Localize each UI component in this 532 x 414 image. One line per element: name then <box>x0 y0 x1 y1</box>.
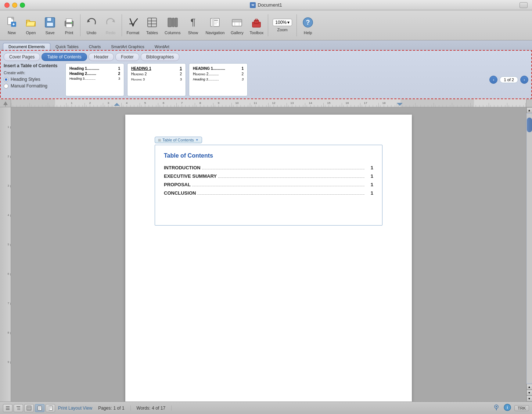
toolbar-undo[interactable]: Undo <box>83 12 100 38</box>
subtab-footer[interactable]: Footer <box>115 53 139 61</box>
scrollbar-track[interactable] <box>527 114 532 383</box>
svg-text:2: 2 <box>89 101 91 105</box>
toc-card-1-line-2: Heading 2.........2 <box>69 72 120 76</box>
view-btn-outline[interactable] <box>14 404 23 412</box>
scrollbar-thumb[interactable] <box>527 118 532 132</box>
vertical-ruler: 1 2 3 4 5 6 7 8 <box>0 107 11 402</box>
words-value: 4 of 17 <box>152 406 165 411</box>
radio-manual-formatting[interactable] <box>4 84 8 89</box>
toolbar-print[interactable]: Print <box>60 12 78 38</box>
toolbar-gallery[interactable]: Gallery <box>228 12 246 38</box>
toc-tag-arrow[interactable]: ▼ <box>195 138 199 142</box>
toc-card-1[interactable]: Heading 1............1 Heading 2........… <box>65 63 124 96</box>
navigation-label: Navigation <box>205 30 224 35</box>
new-icon <box>5 16 18 29</box>
svg-rect-44 <box>400 99 474 107</box>
main-toolbar: New Open Save Print Undo Redo Fo <box>0 10 532 40</box>
toc-entry-2-page: 1 <box>366 173 373 179</box>
app-icon: W <box>250 2 256 8</box>
show-label: Show <box>188 30 198 35</box>
toolbar-help[interactable]: ? Help <box>299 12 317 38</box>
toc-card-3[interactable]: HEADING 1............1 Heading 2........… <box>189 63 248 96</box>
subtab-bibliographies[interactable]: Bibliographies <box>141 53 179 61</box>
page-prev-button[interactable]: ‹ <box>489 76 497 84</box>
zoom-box[interactable]: 100% ▾ <box>273 19 292 26</box>
radio-heading-styles[interactable] <box>4 77 8 82</box>
svg-text:14: 14 <box>309 101 312 105</box>
open-icon <box>24 16 37 29</box>
scrollbar-down-button[interactable]: ▼ <box>526 396 532 402</box>
scrollbar-down2-button[interactable]: ▼ <box>526 390 532 396</box>
document-area: ⊞ Table of Contents ▼ Table of Contents … <box>11 107 526 402</box>
window-controls[interactable] <box>4 3 25 8</box>
minimize-button[interactable] <box>12 3 17 8</box>
page-next-button[interactable]: › <box>520 76 528 84</box>
toolbar-redo[interactable]: Redo <box>102 12 119 38</box>
tab-quick-tables[interactable]: Quick Tables <box>50 43 84 50</box>
resize-button[interactable] <box>520 2 528 8</box>
scrollbar-up2-button[interactable]: ▲ <box>526 384 532 390</box>
view-btn-print-layout[interactable] <box>35 404 44 412</box>
toolbar-tables[interactable]: Tables <box>143 12 161 38</box>
toolbar-open[interactable]: Open <box>22 12 40 38</box>
svg-text:7: 7 <box>181 101 183 105</box>
svg-text:3: 3 <box>108 101 109 105</box>
print-label: Print <box>65 30 73 35</box>
open-label: Open <box>26 30 36 35</box>
svg-rect-21 <box>175 18 177 27</box>
toc-card-1-line-3: Heading 3............3 <box>69 77 120 80</box>
svg-text:8: 8 <box>200 101 201 105</box>
toolbar-navigation[interactable]: Navigation <box>203 12 227 38</box>
toc-entry-4-page: 1 <box>366 190 373 196</box>
ribbon-left-panel: Insert a Table of Contents Create with: … <box>4 63 62 90</box>
option-heading-styles[interactable]: Heading Styles <box>4 77 62 82</box>
page-indicator: 1 of 2 <box>500 76 518 83</box>
view-label[interactable]: Print Layout View <box>58 406 92 411</box>
status-info: Pages: 1 of 1 Words: 4 of 17 <box>98 406 492 411</box>
status-right: i TRK <box>492 403 529 413</box>
tab-charts[interactable]: Charts <box>84 43 106 50</box>
option-manual-formatting[interactable]: Manual Formatting <box>4 83 62 89</box>
toc-entry-3: PROPOSAL 1 <box>164 182 373 187</box>
view-btn-notebook[interactable] <box>46 404 55 412</box>
tables-icon <box>145 16 159 29</box>
undo-icon <box>85 16 98 29</box>
close-button[interactable] <box>4 3 10 8</box>
svg-rect-73 <box>29 407 30 408</box>
view-btn-normal[interactable] <box>3 404 12 412</box>
toc-card-2-line-2: Heading 22 <box>131 72 182 76</box>
svg-rect-9 <box>66 19 72 22</box>
help-label: Help <box>304 30 312 35</box>
zoom-label: Zoom <box>277 28 288 32</box>
toolbar-show[interactable]: ¶ Show <box>184 12 202 38</box>
subtab-cover-pages[interactable]: Cover Pages <box>4 53 40 61</box>
maximize-button[interactable] <box>20 3 25 8</box>
toc-card-2[interactable]: HEADING 11 Heading 22 Heading 33 <box>127 63 186 96</box>
svg-rect-74 <box>28 408 29 410</box>
tab-document-elements[interactable]: Document Elements <box>3 43 50 50</box>
view-btn-thumbnail[interactable] <box>24 404 34 412</box>
subtab-header[interactable]: Header <box>89 53 114 61</box>
format-icon <box>126 16 140 29</box>
toolbar-new[interactable]: New <box>3 12 21 38</box>
toc-entry-2: EXECUTIVE SUMMARY 1 <box>164 173 373 179</box>
undo-label: Undo <box>87 30 96 35</box>
toolbox-label: Toolbox <box>249 30 263 35</box>
toolbar-toolbox[interactable]: Toolbox <box>247 12 266 38</box>
toolbar-format[interactable]: Format <box>124 12 142 38</box>
redo-label: Redo <box>106 30 115 35</box>
scrollbar-up-button[interactable]: ▲ <box>526 107 532 113</box>
save-icon <box>43 16 57 29</box>
toolbar-divider-2 <box>122 14 122 36</box>
tab-smartart[interactable]: SmartArt Graphics <box>106 43 149 50</box>
toolbar-columns[interactable]: Columns <box>162 12 183 38</box>
tab-wordart[interactable]: WordArt <box>150 43 175 50</box>
gallery-icon <box>230 16 244 29</box>
subtab-toc[interactable]: Table of Contents <box>42 53 87 61</box>
toolbar-save[interactable]: Save <box>41 12 59 38</box>
toolbar-zoom[interactable]: 100% ▾ Zoom <box>270 12 294 38</box>
ruler-main: 1 2 3 4 5 6 7 8 9 10 11 12 13 14 15 16 1… <box>11 99 526 107</box>
toc-tag[interactable]: ⊞ Table of Contents ▼ <box>155 137 202 143</box>
toc-card-3-line-1: HEADING 1............1 <box>193 66 244 71</box>
heading-styles-label: Heading Styles <box>11 77 40 82</box>
